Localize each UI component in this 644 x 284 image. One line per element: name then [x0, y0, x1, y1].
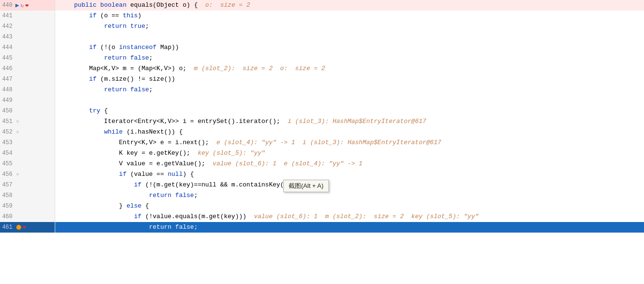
code-line-453: 453 Entry<K,V> e = i.next(); e (slot_4):… — [0, 137, 644, 148]
gutter-icons-451: ▽ — [15, 119, 19, 124]
code-line-461: 461❤ return false; — [0, 222, 644, 233]
editor-container: 440▶↻❤ public boolean equals(Object o) {… — [0, 0, 644, 284]
line-gutter-461: 461❤ — [0, 222, 55, 233]
code-line-444: 444 if (!(o instanceof Map)) — [0, 42, 644, 53]
line-code-452: while (i.hasNext()) { — [55, 127, 644, 137]
code-token: return — [149, 222, 171, 233]
line-gutter-457: 457 — [0, 180, 55, 190]
code-line-449: 449 — [0, 95, 644, 106]
code-token: ; — [145, 21, 149, 32]
line-code-453: Entry<K,V> e = i.next(); e (slot_4): "yy… — [55, 137, 644, 148]
code-token: Iterator<Entry<K,V>> i = entrySet().iter… — [59, 116, 288, 127]
screenshot-tooltip[interactable]: 截图(Alt + A) — [283, 180, 329, 192]
code-line-445: 445 return false; — [0, 53, 644, 63]
line-gutter-453: 453 — [0, 137, 55, 148]
line-gutter-444: 444 — [0, 42, 55, 53]
line-gutter-459: 459 — [0, 201, 55, 211]
line-gutter-447: 447 — [0, 74, 55, 85]
line-gutter-454: 454 — [0, 148, 55, 159]
line-code-444: if (!(o instanceof Map)) — [55, 42, 644, 53]
code-token: e (slot_4): "yy" -> 1 i (slot_3): HashMa… — [217, 137, 441, 148]
code-token — [59, 74, 89, 85]
line-number-458: 458 — [0, 192, 14, 199]
code-token — [126, 85, 130, 95]
fold-icon[interactable]: ▽ — [16, 130, 19, 135]
code-token: if — [89, 11, 97, 21]
code-line-446: 446 Map<K,V> m = (Map<K,V>) o; m (slot_2… — [0, 63, 644, 74]
line-gutter-441: 441 — [0, 11, 55, 21]
line-number-443: 443 — [0, 34, 14, 40]
code-token — [59, 222, 149, 233]
line-code-440: public boolean equals(Object o) { o: siz… — [55, 0, 644, 11]
code-token: null — [168, 169, 182, 180]
code-token — [59, 180, 134, 190]
line-number-457: 457 — [0, 182, 14, 188]
code-token: if — [89, 74, 97, 85]
line-code-441: if (o == this) — [55, 11, 644, 21]
code-token: return — [104, 53, 127, 63]
code-token: Entry<K,V> e = i.next(); — [59, 137, 217, 148]
code-token: if — [89, 42, 97, 53]
code-token — [59, 211, 134, 222]
line-code-459: } else { — [55, 201, 644, 211]
code-token — [59, 85, 104, 95]
code-token: (!(m.get(key)==null && m.containsKey(key — [142, 180, 295, 190]
code-token — [59, 11, 89, 21]
line-code-443 — [55, 32, 644, 42]
code-token: true — [130, 21, 145, 32]
code-line-440: 440▶↻❤ public boolean equals(Object o) {… — [0, 0, 644, 11]
line-number-450: 450 — [0, 108, 14, 114]
line-number-460: 460 — [0, 213, 14, 220]
line-gutter-450: 450 — [0, 106, 55, 116]
code-line-442: 442 return true; — [0, 21, 644, 32]
line-code-461: return false; — [55, 222, 644, 233]
code-token: equals(Object o) { — [126, 0, 205, 11]
gutter-icons-456: ▽ — [15, 172, 19, 177]
bookmark-icon[interactable]: ❤ — [25, 2, 28, 9]
code-token: (value == — [126, 169, 168, 180]
line-code-445: return false; — [55, 53, 644, 63]
line-number-452: 452 — [0, 129, 14, 136]
code-token: { — [142, 201, 149, 211]
code-line-443: 443 — [0, 32, 644, 42]
code-token: o: size = 2 — [205, 0, 250, 11]
code-token: else — [126, 201, 141, 211]
code-token — [59, 0, 74, 11]
code-token: ; — [149, 85, 153, 95]
code-line-451: 451▽ Iterator<Entry<K,V>> i = entrySet()… — [0, 116, 644, 127]
line-number-440: 440 — [0, 2, 14, 9]
code-token — [126, 21, 130, 32]
code-token: if — [134, 211, 142, 222]
code-token: false — [175, 190, 194, 201]
line-gutter-455: 455 — [0, 159, 55, 169]
code-line-455: 455 V value = e.getValue(); value (slot_… — [0, 159, 644, 169]
code-token: i (slot_3): HashMap$EntryIterator@617 — [288, 116, 426, 127]
step-over-icon[interactable]: ↻ — [21, 2, 24, 9]
line-code-456: if (value == null) { — [55, 169, 644, 180]
code-token — [59, 21, 104, 32]
line-code-455: V value = e.getValue(); value (slot_6): … — [55, 159, 644, 169]
code-token: (i.hasNext()) { — [123, 127, 183, 137]
code-line-460: 460 if (!value.equals(m.get(key))) value… — [0, 211, 644, 222]
code-token: ; — [149, 53, 153, 63]
code-token: (o == — [97, 11, 123, 21]
code-token: Map<K,V> m = (Map<K,V>) o; — [59, 63, 194, 74]
code-token: this — [123, 11, 138, 21]
gutter-icons-440: ▶↻❤ — [15, 1, 29, 9]
line-code-449 — [55, 95, 644, 106]
breakpoint-icon[interactable] — [16, 225, 21, 230]
gutter-icons-452: ▽ — [15, 130, 19, 135]
code-token: return — [104, 21, 127, 32]
code-area: 440▶↻❤ public boolean equals(Object o) {… — [0, 0, 644, 284]
debug-arrow-icon[interactable]: ▶ — [15, 1, 19, 9]
line-number-449: 449 — [0, 97, 14, 104]
code-token: (m.size() != size()) — [97, 74, 175, 85]
code-token — [97, 0, 100, 11]
code-token: instanceof — [119, 42, 157, 53]
code-token — [59, 106, 89, 116]
code-token: { — [100, 106, 108, 116]
line-gutter-446: 446 — [0, 63, 55, 74]
fold-icon[interactable]: ▽ — [16, 119, 19, 124]
fold-icon[interactable]: ▽ — [16, 172, 19, 177]
code-token — [59, 53, 104, 63]
